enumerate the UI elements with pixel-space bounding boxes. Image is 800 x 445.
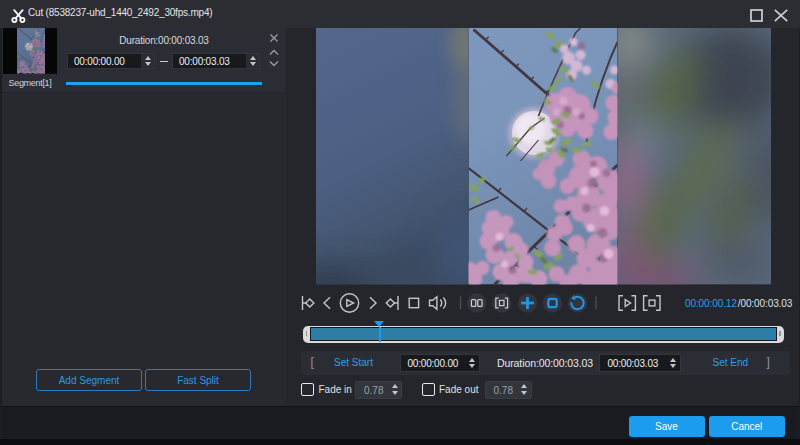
svg-text:/00:00:03.03: /00:00:03.03 [738,298,793,309]
svg-text:00:00:00.12: 00:00:00.12 [685,298,737,309]
